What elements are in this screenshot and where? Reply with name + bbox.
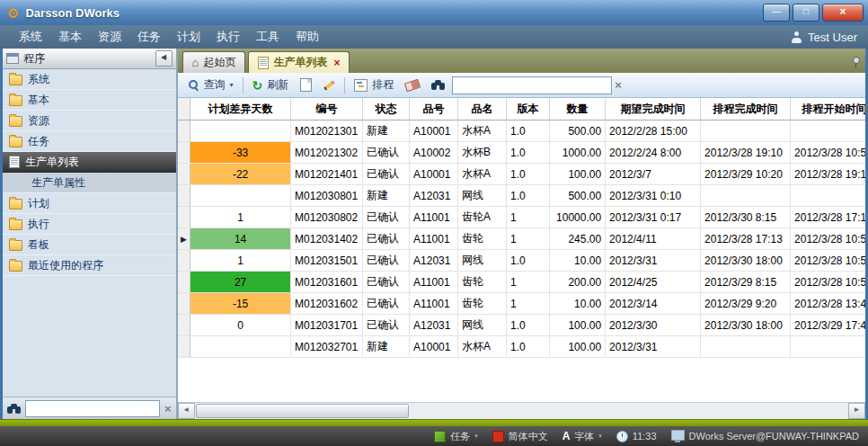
cell[interactable] <box>791 336 865 358</box>
tab-close-icon[interactable]: × <box>333 57 340 69</box>
table-row[interactable]: -15M012031602已确认A11001齿轮110.002012/3/142… <box>178 293 865 315</box>
sidebar-item-6[interactable]: 生产单属性 <box>3 173 176 193</box>
cell[interactable] <box>190 120 291 142</box>
cell[interactable]: 200.00 <box>550 272 606 293</box>
cell[interactable]: 2012/3/7 <box>606 164 701 185</box>
cell[interactable]: 已确认 <box>363 142 410 164</box>
status-task[interactable]: 任务 ▾ <box>434 430 478 443</box>
cell[interactable]: M012021301 <box>291 120 363 142</box>
maximize-button[interactable]: □ <box>793 4 819 22</box>
column-header-5[interactable]: 品名 <box>458 98 507 120</box>
cell[interactable]: -15 <box>190 293 291 315</box>
menu-item-6[interactable]: 执行 <box>208 26 248 48</box>
cell[interactable]: 1000.00 <box>550 142 606 164</box>
cell[interactable]: 1 <box>190 250 291 272</box>
cell[interactable]: A11001 <box>410 272 458 293</box>
cell[interactable] <box>190 336 291 358</box>
sidebar-item-7[interactable]: 计划 <box>3 193 176 214</box>
cell[interactable]: 2012/2/28 15:00 <box>606 120 701 142</box>
cell[interactable]: 100.00 <box>550 315 606 336</box>
cell[interactable]: 2012/3/31 0:10 <box>606 185 701 207</box>
cell[interactable]: 2012/3/14 <box>606 293 701 315</box>
cell[interactable]: 2012/3/28 13:40 <box>791 293 865 315</box>
cell[interactable]: 2012/3/28 10:52 <box>791 142 865 164</box>
cell[interactable]: 水杯A <box>458 120 507 142</box>
cell[interactable]: 已确认 <box>363 164 410 185</box>
cell[interactable]: 14 <box>190 228 291 250</box>
cell[interactable]: 1 <box>507 293 550 315</box>
cell[interactable]: 1.0 <box>507 315 550 336</box>
titlebar[interactable]: ⚙ Darsson DWorks — □ × <box>0 0 868 25</box>
table-row[interactable]: M012030801新建A12031网线1.0500.002012/3/31 0… <box>178 185 865 207</box>
production-order-list-tab[interactable]: 生产单列表× <box>248 51 350 73</box>
cell[interactable]: 2012/4/25 <box>606 272 701 293</box>
column-header-10[interactable]: 排程开始时间 <box>791 98 865 120</box>
cell[interactable]: 网线 <box>458 185 507 207</box>
cell[interactable]: 2012/4/11 <box>606 228 701 250</box>
table-row[interactable]: M012032701新建A10001水杯A1.0100.002012/3/31 <box>178 336 865 358</box>
scroll-right-button[interactable]: ► <box>848 403 865 419</box>
table-row[interactable]: -33M012021302已确认A10002水杯B1.01000.002012/… <box>178 142 865 164</box>
cell[interactable]: 2012/2/24 8:00 <box>606 142 701 164</box>
cell[interactable]: 2012/3/29 9:20 <box>701 293 791 315</box>
cell[interactable]: 水杯A <box>458 336 507 358</box>
cell[interactable]: 2012/3/29 17:46 <box>791 315 865 336</box>
cell[interactable] <box>791 185 865 207</box>
table-row[interactable]: M012021301新建A10001水杯A1.0500.002012/2/28 … <box>178 120 865 142</box>
user-menu[interactable]: Test User <box>791 31 857 44</box>
cell[interactable]: 已确认 <box>363 228 410 250</box>
menu-item-4[interactable]: 任务 <box>129 26 169 48</box>
cell[interactable]: 齿轮A <box>458 207 507 228</box>
sidebar-item-10[interactable]: 最近使用的程序 <box>3 255 176 276</box>
cell[interactable]: 0 <box>190 315 291 336</box>
cell[interactable]: 2012/3/30 18:00 <box>701 315 791 336</box>
cell[interactable]: 已确认 <box>363 250 410 272</box>
cell[interactable]: 2012/3/28 17:13 <box>791 207 865 228</box>
cell[interactable]: 水杯A <box>458 164 507 185</box>
cell[interactable]: 2012/3/28 10:52 <box>791 228 865 250</box>
table-row[interactable]: 27M012031601已确认A11001齿轮1200.002012/4/252… <box>178 272 865 293</box>
cell[interactable]: 新建 <box>363 336 410 358</box>
cell[interactable]: M012031602 <box>291 293 363 315</box>
cell[interactable]: 2012/3/29 10:20 <box>701 164 791 185</box>
cell[interactable]: 2012/3/28 19:10 <box>701 142 791 164</box>
cell[interactable]: 100.00 <box>550 336 606 358</box>
cell[interactable]: M012030802 <box>291 207 363 228</box>
cell[interactable]: 1.0 <box>507 185 550 207</box>
cell[interactable] <box>701 120 791 142</box>
cell[interactable]: A11001 <box>410 228 458 250</box>
minimize-button[interactable]: — <box>763 4 790 22</box>
cell[interactable]: M012031701 <box>291 315 363 336</box>
cell[interactable]: M012030801 <box>291 185 363 207</box>
menu-item-7[interactable]: 工具 <box>248 26 288 48</box>
column-header-2[interactable]: 编号 <box>291 98 363 120</box>
menu-item-1[interactable]: 系统 <box>11 26 50 48</box>
cell[interactable]: 齿轮 <box>458 228 507 250</box>
cell[interactable]: -22 <box>190 164 291 185</box>
cell[interactable]: 已确认 <box>363 207 410 228</box>
toolbar-search-input[interactable] <box>452 76 612 94</box>
cell[interactable]: 27 <box>190 272 291 293</box>
schedule-button[interactable]: 排程 <box>350 75 398 95</box>
cell[interactable]: 2012/3/28 19:10 <box>791 164 865 185</box>
cell[interactable]: 已确认 <box>363 293 410 315</box>
toolbar-search-clear-button[interactable]: × <box>615 79 622 91</box>
cell[interactable]: 2012/3/30 <box>606 315 701 336</box>
sidebar-item-3[interactable]: 资源 <box>3 111 176 131</box>
scrollbar-thumb[interactable] <box>196 404 409 418</box>
cell[interactable]: 水杯B <box>458 142 507 164</box>
cell[interactable]: 2012/3/31 <box>606 250 701 272</box>
cell[interactable]: A10002 <box>410 142 458 164</box>
sidebar-item-2[interactable]: 基本 <box>3 90 176 111</box>
scroll-left-button[interactable]: ◄ <box>178 403 195 419</box>
cell[interactable]: 新建 <box>363 185 410 207</box>
cell[interactable]: A10001 <box>410 164 458 185</box>
home-tab[interactable]: ⌂起始页 <box>182 51 246 73</box>
cell[interactable]: 2012/3/29 8:15 <box>701 272 791 293</box>
cell[interactable]: M012021401 <box>291 164 363 185</box>
cell[interactable]: 已确认 <box>363 272 410 293</box>
edit-button[interactable] <box>319 81 340 90</box>
cell[interactable]: A11001 <box>410 293 458 315</box>
cell[interactable]: 1.0 <box>507 142 550 164</box>
cell[interactable] <box>701 336 791 358</box>
